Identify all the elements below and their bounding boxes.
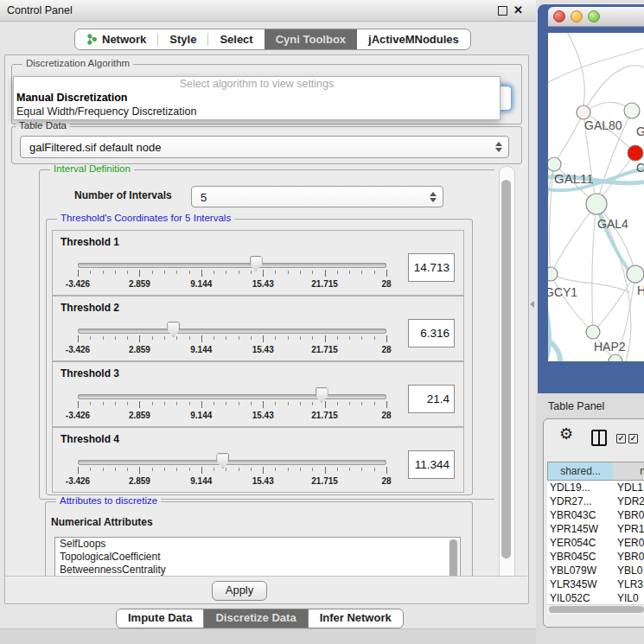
- table-row[interactable]: YBR043CYBR0: [547, 508, 644, 522]
- cell-shared-name: YIL052C: [547, 591, 613, 605]
- network-node-label: C: [636, 161, 644, 175]
- scrollbar-thumb[interactable]: [501, 180, 511, 558]
- network-node[interactable]: [548, 157, 561, 171]
- threshold-slider-track[interactable]: [78, 394, 386, 399]
- network-node[interactable]: [586, 194, 607, 214]
- slider-tick-labels: -3.4262.8599.14415.4321.71528: [78, 476, 386, 487]
- tab-select[interactable]: Select: [208, 29, 264, 49]
- network-node-label: GAL11: [554, 171, 594, 186]
- table-data-combobox[interactable]: galFiltered.sif default node: [20, 136, 509, 158]
- column-header-name[interactable]: n: [613, 462, 644, 481]
- table-horizontal-scrollbar[interactable]: [547, 604, 644, 615]
- network-node[interactable]: [577, 105, 590, 119]
- cell-name: YBL0: [613, 564, 642, 577]
- cell-name: YER0: [613, 536, 644, 550]
- cell-shared-name: YBR043C: [547, 508, 613, 522]
- close-traffic-light-icon[interactable]: [553, 10, 565, 22]
- dropdown-option-placeholder[interactable]: Select algorithm to view settings: [14, 77, 500, 91]
- threshold-label: Threshold 3: [61, 367, 119, 379]
- tick-label: 9.144: [190, 345, 212, 354]
- attributes-list-scrollbar[interactable]: [449, 539, 459, 576]
- bottom-strip: [0, 628, 536, 644]
- minimize-traffic-light-icon[interactable]: [571, 10, 583, 22]
- slider-tick-labels: -3.4262.8599.14415.4321.71528: [78, 279, 386, 290]
- numerical-attributes-label: Numerical Attributes: [51, 516, 153, 528]
- number-of-intervals-combobox[interactable]: 5: [191, 186, 443, 207]
- network-window-titlebar[interactable]: [548, 7, 644, 27]
- columns-icon[interactable]: [591, 430, 607, 446]
- panel-vertical-scrollbar[interactable]: [499, 166, 515, 600]
- group-title: Discretization Algorithm: [22, 58, 133, 68]
- close-icon[interactable]: ✕: [513, 3, 523, 16]
- table-row[interactable]: YDR27...YDR2: [547, 494, 644, 508]
- column-header-shared-name[interactable]: shared...: [547, 462, 614, 481]
- network-node[interactable]: [548, 267, 558, 281]
- network-node[interactable]: [628, 145, 643, 161]
- apply-button[interactable]: Apply: [212, 581, 267, 601]
- tab-infer-network[interactable]: Infer Network: [309, 609, 403, 628]
- table-row[interactable]: YBR045CYBR0: [547, 550, 644, 564]
- tab-jactivemnodules[interactable]: jActiveMNodules: [357, 29, 470, 49]
- table-row[interactable]: YLR345WYLR3: [547, 577, 644, 591]
- tick-label: 21.715: [311, 476, 338, 486]
- gear-icon[interactable]: ⚙: [559, 424, 573, 443]
- tab-style[interactable]: Style: [158, 29, 207, 49]
- threshold-value-input[interactable]: [408, 385, 455, 413]
- numerical-attributes-list[interactable]: SelfLoopsTopologicalCoefficientBetweenne…: [54, 537, 461, 576]
- table-row[interactable]: YER054CYER0: [547, 536, 644, 550]
- network-graph: GAL80GACGAL11GAL4GCY1HHAP2: [548, 33, 644, 361]
- thresholds-group: Threshold's Coordinates for 5 Intervals …: [46, 219, 473, 495]
- slider-tick-labels: -3.4262.8599.14415.4321.71528: [78, 411, 386, 421]
- threshold-value-input[interactable]: [408, 319, 455, 348]
- tick-label: 28: [381, 476, 391, 486]
- tab-impute-data[interactable]: Impute Data: [117, 609, 203, 628]
- threshold-slider-track[interactable]: [78, 328, 386, 334]
- checkbox-icon[interactable]: ✓: [616, 434, 626, 443]
- attribute-list-item[interactable]: BetweennessCentrality: [55, 564, 460, 576]
- tick-label: 2.859: [129, 279, 150, 289]
- tick-label: -3.426: [66, 279, 90, 289]
- attribute-list-item[interactable]: SelfLoops: [55, 538, 460, 551]
- dropdown-option-equal-width-frequency[interactable]: Equal Width/Frequency Discretization: [14, 105, 500, 118]
- network-canvas[interactable]: GAL80GACGAL11GAL4GCY1HHAP2: [548, 33, 644, 361]
- network-node[interactable]: [627, 265, 644, 283]
- threshold-value-input[interactable]: [408, 450, 455, 479]
- table-window: ⚙ ✓ ✓ shared... n YDL19...YDL1YDR27...YD…: [543, 418, 644, 628]
- network-node-label: GCY1: [548, 285, 577, 299]
- cell-shared-name: YBR045C: [547, 550, 613, 564]
- tick-label: 21.715: [311, 345, 338, 354]
- network-node-label: H: [637, 284, 644, 297]
- attribute-list-item[interactable]: TopologicalCoefficient: [55, 551, 460, 564]
- cell-name: YDR2: [613, 494, 644, 508]
- table-row[interactable]: YPR145WYPR1: [547, 522, 644, 536]
- table-row[interactable]: YDL19...YDL1: [547, 481, 644, 494]
- table-row[interactable]: YBL079WYBL0: [547, 564, 644, 577]
- tab-discretize-data[interactable]: Discretize Data: [203, 609, 308, 628]
- slider-tick-labels: -3.4262.8599.14415.4321.71528: [78, 345, 386, 355]
- threshold-slider-track[interactable]: [78, 460, 386, 465]
- tick-label: 15.43: [252, 476, 274, 486]
- attribute-items: SelfLoopsTopologicalCoefficientBetweenne…: [55, 538, 460, 576]
- tick-label: 21.715: [311, 411, 338, 420]
- float-window-icon[interactable]: [498, 6, 507, 16]
- tab-label: Cyni Toolbox: [276, 33, 346, 46]
- threshold-value-input[interactable]: [408, 253, 455, 282]
- network-node[interactable]: [624, 103, 640, 118]
- table-row[interactable]: YIL052CYIL0: [547, 591, 644, 605]
- table-panel-title: Table Panel: [548, 400, 604, 412]
- network-node[interactable]: [586, 325, 600, 339]
- dropdown-option-manual-discretization[interactable]: Manual Discretization: [14, 91, 500, 105]
- tick-label: 21.715: [311, 279, 338, 289]
- stepper-arrows-icon: [430, 192, 437, 202]
- checkbox-icon[interactable]: ✓: [628, 434, 638, 443]
- threshold-slider-track[interactable]: [78, 263, 386, 268]
- threshold-label: Threshold 1: [61, 236, 119, 248]
- network-node-label: HAP2: [594, 340, 626, 354]
- zoom-traffic-light-icon[interactable]: [588, 10, 600, 22]
- table-body[interactable]: YDL19...YDL1YDR27...YDR2YBR043CYBR0YPR14…: [547, 481, 644, 607]
- tab-cyni-toolbox[interactable]: Cyni Toolbox: [265, 29, 357, 49]
- tab-network[interactable]: Network: [75, 29, 157, 49]
- threshold-panel: Threshold 4 -3.4262.8599.14415.4321.7152…: [52, 427, 464, 493]
- group-title: Threshold's Coordinates for 5 Intervals: [57, 213, 234, 223]
- interval-definition-group: Interval Definition Number of Intervals …: [39, 169, 494, 500]
